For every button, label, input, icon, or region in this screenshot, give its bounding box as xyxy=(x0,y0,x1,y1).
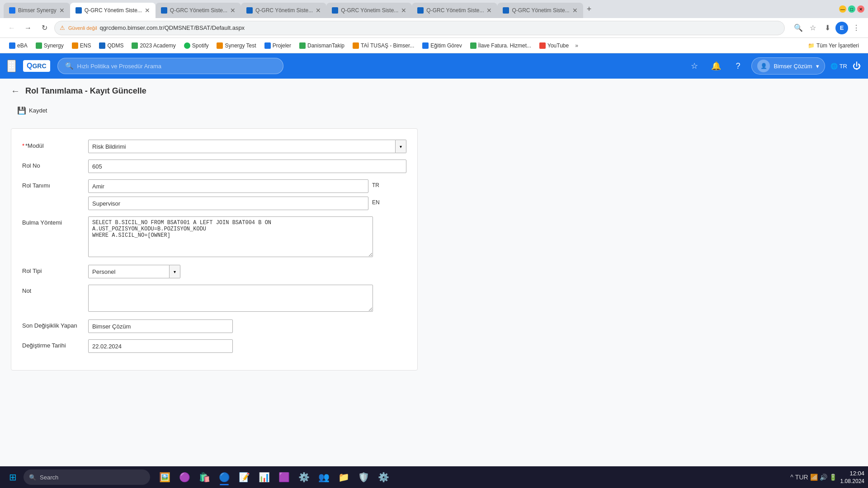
modul-input[interactable] xyxy=(88,140,396,153)
tray-chevron-icon[interactable]: ^ xyxy=(790,474,793,481)
power-button[interactable]: ⏻ xyxy=(853,61,861,71)
bookmark-synergy[interactable]: Synergy xyxy=(32,41,67,51)
tray-battery-icon: 🔋 xyxy=(829,474,837,481)
taskbar-app-onenote[interactable]: 🟪 xyxy=(275,468,293,486)
tab-qgrc-active[interactable]: Q-GRC Yönetim Siste... ✕ xyxy=(70,3,156,18)
modul-dropdown-button[interactable]: ▾ xyxy=(396,140,406,153)
taskbar-app-excel[interactable]: 📊 xyxy=(255,468,273,486)
tab-close-icon[interactable]: ✕ xyxy=(572,7,578,14)
tab-close-icon[interactable]: ✕ xyxy=(230,7,236,14)
bookmarks-more[interactable]: » xyxy=(573,42,580,49)
taskbar-app-paint[interactable]: 🖼️ xyxy=(156,468,174,486)
bookmark-label: QDMS xyxy=(107,42,123,49)
star-header-button[interactable]: ☆ xyxy=(686,58,703,74)
user-label: Bimser Çözüm xyxy=(774,63,812,70)
forward-button[interactable]: → xyxy=(22,22,34,34)
rolno-input[interactable] xyxy=(88,160,406,173)
roltanimi-tr-row: TR xyxy=(88,179,406,193)
notification-button[interactable]: 🔔 xyxy=(708,58,724,74)
bulmayontemi-label: Bulma Yöntemi xyxy=(22,216,81,226)
bookmark-eba[interactable]: eBA xyxy=(5,41,31,51)
taskbar-app-files[interactable]: 📁 xyxy=(335,468,353,486)
tab-close-icon[interactable]: ✕ xyxy=(145,7,150,14)
tab-close-icon[interactable]: ✕ xyxy=(401,7,406,14)
lang-flag-icon: 🌐 xyxy=(830,63,838,70)
page-content: ← Rol Tanımlama - Kayıt Güncelle 💾 Kayde… xyxy=(0,79,868,488)
tab-qgrc-4[interactable]: Q-GRC Yönetim Siste... ✕ xyxy=(326,3,412,18)
taskbar-search-box[interactable]: 🔍 Search xyxy=(24,469,150,485)
taskbar-app-store[interactable]: 🛍️ xyxy=(195,468,213,486)
star-button[interactable]: ☆ xyxy=(807,22,819,34)
taskbar-app-security[interactable]: 🛡️ xyxy=(354,468,373,486)
not-textarea[interactable] xyxy=(88,285,373,312)
bookmark-ens[interactable]: ENS xyxy=(68,41,95,51)
roltanimi-en-input[interactable] xyxy=(88,197,368,210)
taskbar-app-teams2[interactable]: 👥 xyxy=(315,468,333,486)
back-navigation-button[interactable]: ← xyxy=(11,86,20,96)
bookmarks-folder[interactable]: 📁 Tüm Yer İşaretleri xyxy=(804,41,863,51)
bookmark-projeler[interactable]: Projeler xyxy=(261,41,295,51)
back-button[interactable]: ← xyxy=(5,22,18,34)
degistirmetarihi-input[interactable] xyxy=(88,339,233,353)
tab-close-icon[interactable]: ✕ xyxy=(316,7,321,14)
onenote-icon: 🟪 xyxy=(278,472,290,483)
tab-qgrc-5[interactable]: Q-GRC Yönetim Siste... ✕ xyxy=(412,3,497,18)
tray-time[interactable]: 12:04 1.08.2024 xyxy=(840,469,864,485)
taskbar-app-chrome[interactable]: ⚙️ xyxy=(295,468,313,486)
form-row-bulmayontemi: Bulma Yöntemi SELECT B.SICIL_NO FROM BSA… xyxy=(22,216,406,258)
tab-bimser-synergy[interactable]: Bimser Synergy ✕ xyxy=(4,3,70,18)
app-logo-box: Q GRC xyxy=(23,60,50,72)
tab-close-icon[interactable]: ✕ xyxy=(486,7,492,14)
tab-close-icon[interactable]: ✕ xyxy=(59,7,65,14)
teams-icon: 🟣 xyxy=(179,472,190,483)
bulmayontemi-textarea[interactable]: SELECT B.SICIL_NO FROM BSAT001 A LEFT JO… xyxy=(88,216,373,257)
bookmark-2023academy[interactable]: 2023 Academy xyxy=(128,41,179,51)
profile-button[interactable]: E xyxy=(835,22,848,34)
grid-menu-button[interactable]: ⠿ xyxy=(7,60,16,72)
sondegisiklik-input[interactable] xyxy=(88,319,233,333)
roltipi-dropdown-button[interactable]: ▾ xyxy=(170,265,180,278)
bookmark-tai[interactable]: TAİ TUSAŞ - Bimser... xyxy=(349,41,418,51)
roltipi-input[interactable] xyxy=(88,265,170,278)
minimize-button[interactable]: — xyxy=(839,5,846,13)
tab-qgrc-6[interactable]: Q-GRC Yönetim Siste... ✕ xyxy=(497,3,583,18)
taskbar-app-teams[interactable]: 🟣 xyxy=(175,468,193,486)
rolno-label: Rol No xyxy=(22,160,81,169)
bookmark-ilave[interactable]: İlave Fatura. Hizmet... xyxy=(467,41,535,51)
word-icon: 📝 xyxy=(239,472,250,483)
address-input[interactable]: Güvenli değil qgrcdemo.bimser.com.tr/QDM… xyxy=(54,21,785,35)
taskbar-search-placeholder: Search xyxy=(40,474,58,481)
store-icon: 🛍️ xyxy=(199,472,210,483)
taskbar-app-edge[interactable]: 🔵 xyxy=(215,468,233,486)
app-search-input[interactable] xyxy=(77,63,276,70)
tab-label: Q-GRC Yönetim Siste... xyxy=(170,7,227,14)
bookmark-egitim[interactable]: Eğitim Görev xyxy=(419,41,465,51)
app-search-box[interactable]: 🔍 xyxy=(57,58,283,74)
bookmark-danismantakip[interactable]: DanismanTakip xyxy=(296,41,348,51)
en-suffix-label: EN xyxy=(372,197,383,206)
tab-qgrc-2[interactable]: Q-GRC Yönetim Siste... ✕ xyxy=(156,3,241,18)
bookmark-youtube[interactable]: YouTube xyxy=(536,41,572,51)
taskbar-app-settings[interactable]: ⚙️ xyxy=(374,468,392,486)
menu-button[interactable]: ⋮ xyxy=(850,22,863,34)
new-tab-button[interactable]: + xyxy=(583,5,595,14)
roltipi-select-wrapper: ▾ xyxy=(88,265,406,278)
windows-logo-icon: ⊞ xyxy=(9,472,17,483)
zoom-button[interactable]: 🔍 xyxy=(792,22,805,34)
logo-q: Q xyxy=(27,62,32,70)
bookmark-synergy-test[interactable]: Synergy Test xyxy=(213,41,259,51)
reload-button[interactable]: ↻ xyxy=(38,22,51,34)
roltanimi-tr-input[interactable] xyxy=(88,179,368,193)
user-menu-button[interactable]: 👤 Bimser Çözüm ▾ xyxy=(751,57,825,75)
close-button[interactable]: ✕ xyxy=(857,5,864,13)
taskbar-app-word[interactable]: 📝 xyxy=(235,468,253,486)
windows-start-button[interactable]: ⊞ xyxy=(4,468,22,486)
help-button[interactable]: ? xyxy=(730,58,746,74)
tab-qgrc-3[interactable]: Q-GRC Yönetim Siste... ✕ xyxy=(241,3,326,18)
bookmark-qdms[interactable]: QDMS xyxy=(95,41,127,51)
language-button[interactable]: 🌐 TR xyxy=(830,63,847,70)
maximize-button[interactable]: □ xyxy=(848,5,855,13)
bookmark-spotify[interactable]: Spotify xyxy=(180,41,212,51)
download-button[interactable]: ⬇ xyxy=(821,22,834,34)
save-button[interactable]: 💾 Kaydet xyxy=(11,103,53,117)
